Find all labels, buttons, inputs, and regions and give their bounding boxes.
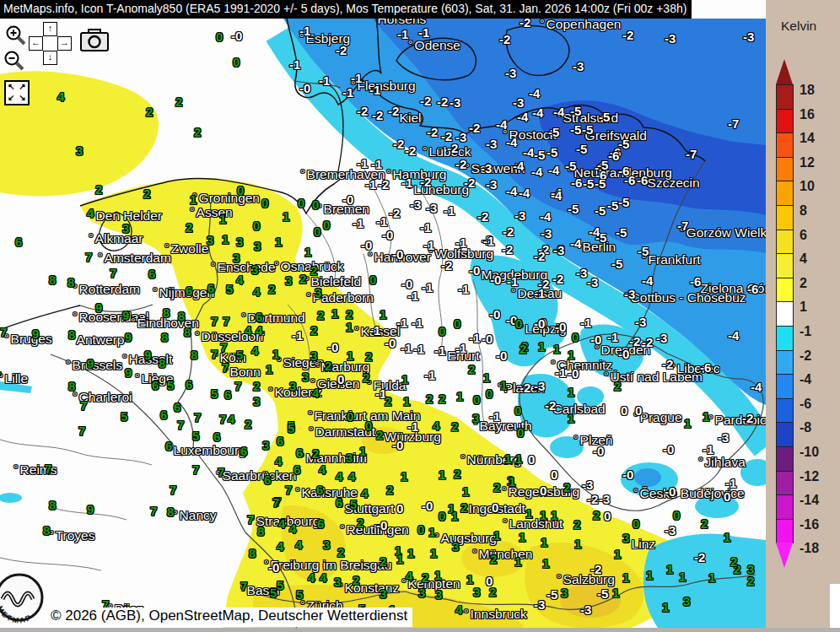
scale-box: [776, 446, 794, 472]
scale-arrow-up: [776, 59, 793, 84]
scale-box: [776, 84, 794, 110]
scale-tick-label: 14: [800, 131, 815, 146]
scale-box: [776, 205, 794, 230]
legend-sidebar: Kelvin 181614121086421-1-2-4-6-8-10-12-1…: [766, 0, 840, 632]
region-yellow-deep-munich: [461, 540, 525, 577]
region-cyan-se1: [695, 494, 739, 518]
scale-tick-label: -2: [800, 348, 811, 364]
scale-box: [776, 253, 794, 278]
expand-sw-icon: ↙: [6, 93, 17, 104]
horizontal-scrollbar[interactable]: [0, 628, 840, 632]
zoom-out-button[interactable]: [3, 49, 26, 76]
scale-bar: 181614121086421-1-2-4-6-8-10-12-14-16-18: [766, 0, 840, 632]
magnifier-plus-icon: [4, 24, 28, 47]
pan-up-button[interactable]: ↑: [43, 22, 57, 36]
scale-box: [776, 301, 794, 327]
scale-tick-label: 1: [800, 300, 807, 315]
scale-tick-label: 12: [800, 155, 815, 170]
scale-tick-label: 10: [800, 179, 815, 194]
scale-box: [776, 422, 794, 447]
scale-tick-label: -4: [800, 372, 811, 387]
scale-arrow-down: [776, 543, 793, 568]
fullscreen-button[interactable]: ↖ ↗ ↙ ↘: [4, 80, 30, 105]
scale-box: [776, 350, 794, 375]
pan-left-button[interactable]: ←: [29, 36, 43, 51]
scale-tick-label: -8: [800, 420, 811, 435]
region-yellow-deep-wuerzburg: [362, 427, 406, 454]
scale-tick-label: 18: [800, 83, 815, 98]
metmaps-logo: METMAPS: [0, 570, 51, 632]
metmaps-logo-icon: METMAPS: [0, 570, 51, 629]
scale-box: [776, 326, 794, 351]
scale-box: [776, 278, 794, 303]
scale-tick-label: -16: [800, 517, 819, 532]
camera-icon: [80, 29, 110, 52]
scale-box: [776, 374, 794, 399]
scale-tick-label: -18: [800, 541, 819, 556]
expand-nw-icon: ↖: [6, 82, 17, 93]
scale-tick-label: -6: [800, 397, 811, 412]
scale-box: [776, 230, 794, 255]
scale-tick-label: 16: [800, 107, 815, 122]
scale-tick-label: 4: [800, 251, 807, 267]
scale-box: [776, 157, 794, 182]
region-orange-salzach: [560, 584, 621, 618]
scale-box: [776, 398, 794, 424]
region-cyan-usti: [577, 386, 604, 407]
metmaps-app: °Horsens°Copenhagen°Esbjerg°Odense°Flens…: [0, 0, 840, 632]
scale-tick-label: -10: [800, 445, 819, 460]
scale-box: [776, 519, 794, 544]
region-cyan-pilsen: [550, 436, 584, 458]
scale-box: [776, 471, 794, 496]
snapshot-button[interactable]: [80, 29, 110, 56]
scale-box: [776, 494, 794, 520]
scale-box: [776, 132, 794, 158]
region-cyan-leipzig: [528, 321, 565, 348]
expand-se-icon: ↘: [17, 93, 28, 104]
scale-tick-label: 8: [800, 203, 807, 219]
pan-right-button[interactable]: →: [57, 36, 72, 51]
vertical-scrollbar[interactable]: [830, 584, 840, 628]
magnifier-minus-icon: [3, 49, 26, 73]
scale-tick-label: -14: [800, 493, 819, 508]
scale-tick-label: -1: [800, 324, 811, 339]
scale-box: [776, 181, 794, 206]
pan-down-button[interactable]: ↓: [43, 51, 57, 65]
scale-tick-label: -12: [800, 469, 819, 484]
region-blue-budweis: [634, 468, 661, 487]
expand-ne-icon: ↗: [17, 82, 28, 93]
attribution-links[interactable]: © 2026 (AGB), OpenStreetMap, Deutscher W…: [46, 608, 412, 627]
zoom-in-button[interactable]: [4, 24, 28, 51]
scale-tick-label: 6: [800, 228, 807, 243]
map-title: MetMaps.info, Icon T-Anomaly850 (ERA5 19…: [0, 0, 692, 19]
scale-tick-label: 2: [800, 276, 807, 291]
weather-map[interactable]: [0, 0, 840, 632]
scale-box: [776, 109, 794, 134]
pan-control: ↑ ← → ↓: [29, 22, 73, 66]
